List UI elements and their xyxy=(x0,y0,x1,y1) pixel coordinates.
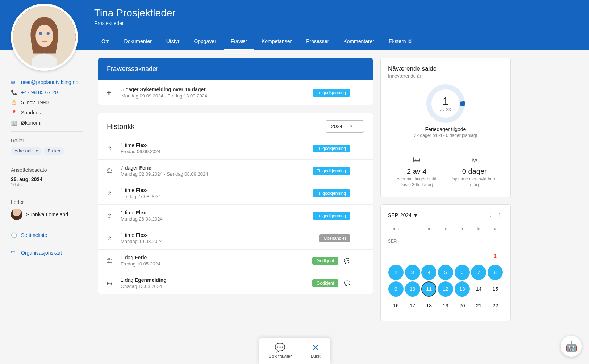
request-absence-label: Søk fravær xyxy=(268,353,292,359)
timesheet-link[interactable]: 🕐Se timeliste xyxy=(11,232,83,238)
action-bar: 💬 Søk fravær ✕ Lukk xyxy=(259,338,330,364)
calendar-day[interactable]: 6 xyxy=(455,265,470,280)
calendar-month-select[interactable]: SEP. 2024 ▼ xyxy=(388,212,418,218)
calendar-day[interactable]: 2 xyxy=(388,265,404,280)
calendar-day[interactable]: 10 xyxy=(405,281,420,297)
role-chips: AdresselisteBruker xyxy=(11,147,83,155)
request-row[interactable]: ✚ 5 dager Sykemelding over 16 dager Mand… xyxy=(98,80,373,105)
calendar-day[interactable]: 21 xyxy=(471,298,486,313)
profile-avatar[interactable] xyxy=(11,4,78,71)
child-icon: ☺ xyxy=(449,155,501,164)
leader-label: Leder xyxy=(11,199,83,205)
calendar-day[interactable]: 15 xyxy=(488,281,503,297)
more-menu[interactable]: ⋮ xyxy=(356,144,364,153)
email-row[interactable]: ✉user@proplanutvikling.no xyxy=(11,79,83,85)
tab-oppgaver[interactable]: Oppgaver xyxy=(187,33,223,50)
timer-icon: ⏱ xyxy=(107,213,115,219)
more-menu[interactable]: ⋮ xyxy=(356,212,364,220)
role-chip[interactable]: Adresseliste xyxy=(11,147,42,155)
calendar-day[interactable]: 16 xyxy=(388,298,404,313)
more-menu[interactable]: ⋮ xyxy=(356,167,364,175)
more-menu[interactable]: ⋮ xyxy=(356,189,364,198)
calendar-prev[interactable]: 〈 xyxy=(486,212,492,218)
profile-role: Prosjektleder xyxy=(94,20,578,26)
tab-utstyr[interactable]: Utstyr xyxy=(159,33,187,50)
umbrella-icon: ⛱ xyxy=(107,168,115,174)
calendar-month-short: SEP. xyxy=(388,237,503,247)
history-title-text: 1 dag Egenmelding xyxy=(121,277,306,283)
tab-ekstern id[interactable]: Ekstern Id xyxy=(381,33,419,50)
donut-value: 1 xyxy=(443,95,449,107)
history-row[interactable]: ⏱ 1 time Flex- Tirsdag 27.08.2024 Til go… xyxy=(98,182,373,204)
location-icon: 📍 xyxy=(11,110,17,116)
tab-prosesser[interactable]: Prosesser xyxy=(299,33,336,50)
history-row[interactable]: ⛱ 1 dag Ferie Fredag 10.05.2024 Godkjent… xyxy=(98,249,373,272)
more-menu[interactable]: ⋮ xyxy=(356,256,364,265)
orgchart-link[interactable]: ⬚Organisasjonskart xyxy=(11,250,83,256)
location-value: Sandnes xyxy=(21,110,41,116)
close-icon: ✕ xyxy=(310,343,320,353)
calendar-day[interactable]: 5 xyxy=(438,265,453,280)
status-badge: Godkjent xyxy=(312,257,338,265)
role-chip[interactable]: Bruker xyxy=(44,147,64,155)
timer-icon: ⏱ xyxy=(107,235,115,241)
calendar-dow: sø xyxy=(487,224,503,236)
history-row[interactable]: ⏱ 1 time Flex- Fredag 06.09.2024 Til god… xyxy=(98,137,373,159)
comment-icon[interactable]: 💬 xyxy=(344,280,350,286)
request-absence-button[interactable]: 💬 Søk fravær xyxy=(259,338,301,364)
calendar-day[interactable]: 8 xyxy=(488,265,503,280)
chevron-down-icon: ▼ xyxy=(413,212,418,218)
calendar-day[interactable]: 1 xyxy=(488,248,503,263)
tab-dokumenter[interactable]: Dokumenter xyxy=(117,33,159,50)
svg-point-2 xyxy=(39,32,42,35)
calendar-next[interactable]: 〉 xyxy=(498,212,503,218)
calendar-dow: to xyxy=(438,224,454,236)
history-row[interactable]: 🛏 1 dag Egenmelding Onsdag 13.03.2024 Go… xyxy=(98,272,373,294)
more-menu[interactable]: ⋮ xyxy=(356,279,364,288)
more-menu[interactable]: ⋮ xyxy=(356,88,364,97)
bed-icon: 🛏 xyxy=(391,155,443,164)
calendar-day[interactable]: 13 xyxy=(455,281,470,297)
calendar-day[interactable]: 4 xyxy=(421,265,436,280)
calendar-day[interactable]: 17 xyxy=(405,298,420,313)
status-badge: Til godkjenning xyxy=(313,89,350,97)
more-menu[interactable]: ⋮ xyxy=(356,234,364,243)
tab-kommentarer[interactable]: Kommentarer xyxy=(336,33,381,50)
request-title: 5 dager Sykemelding over 16 dager xyxy=(121,87,307,92)
tab-kompetanser[interactable]: Kompetanser xyxy=(254,33,299,50)
calendar-day[interactable]: 11 xyxy=(421,281,436,297)
history-row[interactable]: ⏱ 1 time Flex- Mandag 19.08.2024 Ubehand… xyxy=(98,227,373,249)
location-row: 📍Sandnes xyxy=(11,110,83,116)
calendar-day xyxy=(421,248,436,263)
calendar-day[interactable]: 20 xyxy=(455,298,470,313)
roles-label: Roller xyxy=(11,138,83,143)
status-badge: Ubehandlet xyxy=(319,234,350,242)
calendar-day[interactable]: 9 xyxy=(388,281,404,297)
history-title: Historikk xyxy=(107,122,135,131)
calendar-day[interactable]: 22 xyxy=(488,298,503,313)
cake-icon: 🎂 xyxy=(11,100,17,105)
comment-icon[interactable]: 💬 xyxy=(344,258,350,264)
saldo-donut: 1 av 23 xyxy=(426,84,465,124)
timesheet-label: Se timeliste xyxy=(21,232,47,238)
tab-fravær[interactable]: Fravær xyxy=(224,33,254,50)
history-row[interactable]: ⛱ 7 dager Ferie Mandag 02.09.2024 - Sønd… xyxy=(98,159,373,182)
year-select[interactable]: 2024 xyxy=(326,120,364,133)
leader-avatar xyxy=(11,209,22,220)
phone-row[interactable]: 📞+47 98 85 67 20 xyxy=(11,89,83,95)
history-card: Historikk 2024 ⏱ 1 time Flex- Fredag 06.… xyxy=(98,113,373,294)
umbrella-icon: ⛱ xyxy=(107,258,115,264)
leader-row[interactable]: Sunniva Lomeland xyxy=(11,209,83,220)
calendar-day[interactable]: 7 xyxy=(471,265,486,280)
calendar-day[interactable]: 3 xyxy=(405,265,420,280)
close-button[interactable]: ✕ Lukk xyxy=(301,338,330,364)
tab-om[interactable]: Om xyxy=(94,33,117,50)
calendar-day[interactable]: 14 xyxy=(471,281,486,297)
history-dates: Tirsdag 27.08.2024 xyxy=(121,194,307,199)
calendar-day[interactable]: 12 xyxy=(438,281,453,297)
calendar-day[interactable]: 18 xyxy=(421,298,436,313)
calendar-dow: fr xyxy=(454,224,470,236)
history-row[interactable]: ⏱ 1 time Flex- Mandag 26.08.2024 Til god… xyxy=(98,204,373,227)
calendar-day[interactable]: 19 xyxy=(438,298,453,313)
chatbot-fab[interactable]: 🤖 xyxy=(561,336,582,357)
